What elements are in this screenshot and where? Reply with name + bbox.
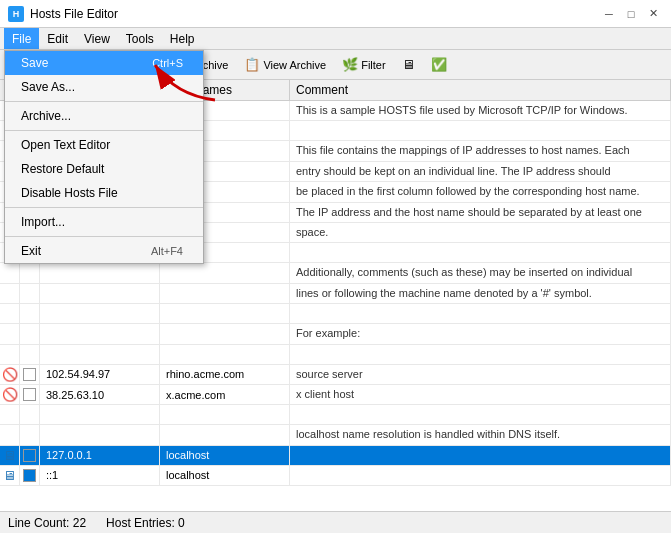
blocked-icon: 🚫 (2, 367, 18, 382)
row-indicator-cell: 🖥 (0, 446, 20, 465)
view-archive-label: View Archive (263, 59, 326, 71)
table-row[interactable] (0, 405, 671, 425)
row-comment: This file contains the mappings of IP ad… (290, 141, 671, 160)
row-comment: This is a sample HOSTS file used by Micr… (290, 101, 671, 120)
row-comment (290, 304, 671, 323)
row-checkbox-cell[interactable] (20, 425, 40, 444)
row-ip (40, 284, 160, 303)
row-checkbox[interactable] (23, 449, 36, 462)
row-ip (40, 324, 160, 343)
row-checkbox[interactable] (23, 469, 36, 482)
view-archive-icon: 📋 (244, 57, 260, 72)
row-ip (40, 263, 160, 282)
menu-label: Save As... (21, 80, 75, 94)
menu-item-help[interactable]: Help (162, 28, 203, 49)
row-hostname: localhost (160, 446, 290, 465)
menu-item-exit[interactable]: ExitAlt+F4 (5, 239, 203, 263)
menu-separator (5, 130, 203, 131)
table-row[interactable]: localhost name resolution is handled wit… (0, 425, 671, 445)
row-comment: For example: (290, 324, 671, 343)
col-comment: Comment (290, 80, 671, 100)
row-checkbox-cell[interactable] (20, 466, 40, 485)
title-bar: H Hosts File Editor ─ □ ✕ (0, 0, 671, 28)
menu-shortcut: Alt+F4 (151, 245, 183, 257)
row-checkbox-cell[interactable] (20, 385, 40, 404)
row-comment (290, 405, 671, 424)
table-row[interactable]: 🖥::1localhost (0, 466, 671, 486)
row-indicator-cell (0, 284, 20, 303)
app-title: Hosts File Editor (30, 7, 118, 21)
check-button[interactable]: ✅ (424, 53, 454, 77)
row-ip: ::1 (40, 466, 160, 485)
row-checkbox-cell[interactable] (20, 263, 40, 282)
row-indicator-cell: 🖥 (0, 466, 20, 485)
row-indicator-cell: 🚫 (0, 385, 20, 404)
active-icon: 🖥 (3, 468, 16, 483)
row-checkbox-cell[interactable] (20, 405, 40, 424)
table-row[interactable]: 🚫102.54.94.97rhino.acme.comsource server (0, 365, 671, 385)
menu-item-archive[interactable]: Archive... (5, 104, 203, 128)
filter-label: Filter (361, 59, 385, 71)
table-row[interactable] (0, 304, 671, 324)
row-checkbox-cell[interactable] (20, 345, 40, 364)
row-checkbox-cell[interactable] (20, 446, 40, 465)
row-checkbox[interactable] (23, 368, 36, 381)
row-comment: localhost name resolution is handled wit… (290, 425, 671, 444)
row-hostname (160, 263, 290, 282)
row-checkbox-cell[interactable] (20, 365, 40, 384)
row-hostname (160, 425, 290, 444)
row-comment (290, 121, 671, 140)
app-icon: H (8, 6, 24, 22)
menu-item-view[interactable]: View (76, 28, 118, 49)
refresh-icon: 🖥 (402, 57, 415, 72)
row-comment: Additionally, comments (such as these) m… (290, 263, 671, 282)
row-checkbox-cell[interactable] (20, 284, 40, 303)
menu-shortcut: Ctrl+S (152, 57, 183, 69)
row-checkbox[interactable] (23, 388, 36, 401)
menu-item-restore[interactable]: Restore Default (5, 157, 203, 181)
blocked-icon: 🚫 (2, 387, 18, 402)
maximize-button[interactable]: □ (621, 4, 641, 24)
row-comment: The IP address and the host name should … (290, 203, 671, 222)
filter-button[interactable]: 🌿 Filter (335, 53, 392, 77)
table-row[interactable]: Additionally, comments (such as these) m… (0, 263, 671, 283)
table-row[interactable]: 🖥127.0.0.1localhost (0, 446, 671, 466)
row-comment (290, 243, 671, 262)
table-row[interactable]: For example: (0, 324, 671, 344)
row-ip: 127.0.0.1 (40, 446, 160, 465)
menu-item-open-text[interactable]: Open Text Editor (5, 133, 203, 157)
row-comment (290, 345, 671, 364)
table-row[interactable]: 🚫38.25.63.10x.acme.comx client host (0, 385, 671, 405)
row-comment: source server (290, 365, 671, 384)
menu-item-import[interactable]: Import... (5, 210, 203, 234)
status-bar: Line Count: 22 Host Entries: 0 (0, 511, 671, 533)
row-ip (40, 405, 160, 424)
line-count: Line Count: 22 (8, 516, 86, 530)
menu-item-disable[interactable]: Disable Hosts File (5, 181, 203, 205)
close-button[interactable]: ✕ (643, 4, 663, 24)
menu-separator (5, 207, 203, 208)
row-indicator-cell (0, 425, 20, 444)
view-archive-button[interactable]: 📋 View Archive (237, 53, 333, 77)
menu-item-save[interactable]: SaveCtrl+S (5, 51, 203, 75)
check-icon: ✅ (431, 57, 447, 72)
menu-item-tools[interactable]: Tools (118, 28, 162, 49)
row-indicator-cell (0, 304, 20, 323)
table-row[interactable]: lines or following the machine name deno… (0, 284, 671, 304)
table-row[interactable] (0, 345, 671, 365)
menu-item-edit[interactable]: Edit (39, 28, 76, 49)
menu-label: Restore Default (21, 162, 104, 176)
row-checkbox-cell[interactable] (20, 304, 40, 323)
menu-bar: File Edit View Tools Help (0, 28, 671, 50)
refresh-button[interactable]: 🖥 (395, 53, 422, 77)
window-controls: ─ □ ✕ (599, 4, 663, 24)
menu-item-save-as[interactable]: Save As... (5, 75, 203, 99)
row-ip: 38.25.63.10 (40, 385, 160, 404)
row-indicator-cell (0, 324, 20, 343)
row-comment: be placed in the first column followed b… (290, 182, 671, 201)
row-hostname (160, 345, 290, 364)
menu-item-file[interactable]: File (4, 28, 39, 49)
row-checkbox-cell[interactable] (20, 324, 40, 343)
row-indicator-cell: 🚫 (0, 365, 20, 384)
minimize-button[interactable]: ─ (599, 4, 619, 24)
